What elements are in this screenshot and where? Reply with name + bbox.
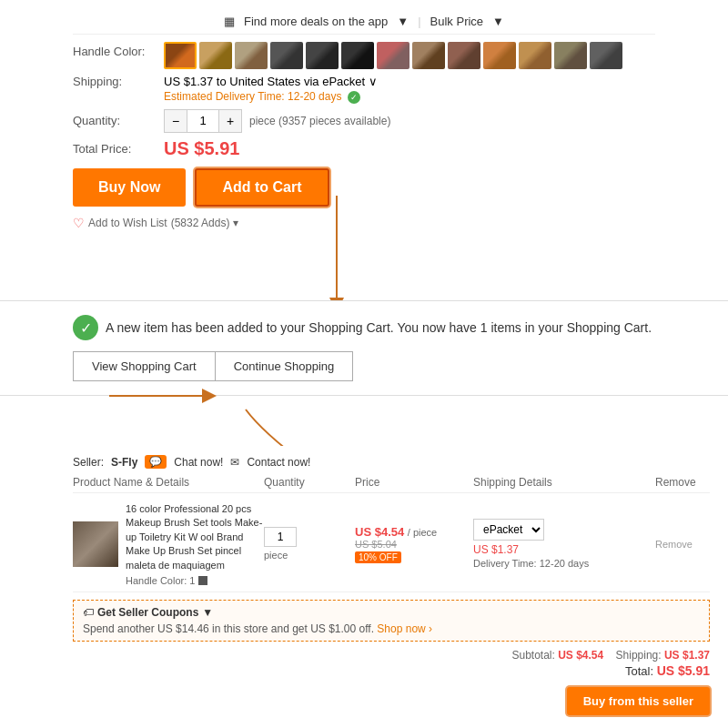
subtotal-section: Subtotal: US $4.54 Shipping: US $1.37 To… <box>73 649 710 715</box>
subtotal-value: US $4.54 <box>558 649 603 662</box>
subtotal-line: Subtotal: US $4.54 Shipping: US $1.37 <box>511 649 710 662</box>
action-buttons: Buy Now Add to Cart <box>73 168 655 207</box>
app-deals-icon: ▦ <box>224 15 235 28</box>
find-deals-text: Find more deals on the app <box>244 15 388 28</box>
table-row: 16 color Professional 20 pcs Makeup Brus… <box>73 497 710 592</box>
cart-quantity-cell: piece <box>264 527 355 561</box>
cart-notification: ✓ A new item has been added to your Shop… <box>73 315 655 340</box>
success-check-icon: ✓ <box>73 315 98 340</box>
color-swatch-4[interactable] <box>270 42 303 69</box>
wishlist-dropdown-icon[interactable]: ▾ <box>233 217 238 229</box>
col-remove-header: Remove <box>655 476 710 489</box>
quantity-decrease-button[interactable]: − <box>165 110 187 132</box>
divider: | <box>418 15 420 28</box>
remove-cell: Remove <box>655 537 710 551</box>
store-promotion-icon: 🏷 <box>83 606 94 619</box>
price-old: US $5.04 <box>355 539 473 550</box>
chat-now-text[interactable]: Chat now! <box>174 456 223 469</box>
add-to-cart-button[interactable]: Add to Cart <box>195 168 329 207</box>
section-1-product: ▦ Find more deals on the app ▼ | Bulk Pr… <box>0 0 728 243</box>
promo-header: 🏷 Get Seller Coupons ▼ <box>83 606 700 619</box>
color-swatch-12[interactable] <box>554 42 587 69</box>
color-swatch-10[interactable] <box>483 42 516 69</box>
shipping-label: Shipping: <box>73 75 164 88</box>
remove-item-button[interactable]: Remove <box>655 539 693 550</box>
store-promotion: 🏷 Get Seller Coupons ▼ Spend another US … <box>73 600 710 642</box>
cart-table-header: Product Name & Details Quantity Price Sh… <box>73 476 710 493</box>
bulk-price-text: Bulk Price <box>430 15 484 28</box>
continue-shopping-button[interactable]: Continue Shopping <box>216 351 354 381</box>
handle-color-label: Handle Color: <box>73 42 164 58</box>
product-thumbnail <box>73 521 118 567</box>
col-quantity-header: Quantity <box>264 476 355 489</box>
shipping-cost: US $1.37 <box>473 543 655 556</box>
cart-quantity-unit: piece <box>264 550 288 561</box>
shipping-info: US $1.37 to United States via ePacket ∨ … <box>164 75 655 104</box>
seller-name: S-Fly <box>111 456 137 469</box>
handle-color-display: Handle Color: 1 <box>126 575 264 586</box>
color-swatch-2[interactable] <box>199 42 232 69</box>
color-swatch-1[interactable] <box>164 42 197 69</box>
promo-details: Spend another US $14.46 in this store an… <box>83 622 700 635</box>
color-swatch-5[interactable] <box>306 42 339 69</box>
price-cell: US $4.54 / piece US $5.04 10% OFF <box>355 525 473 563</box>
color-swatch-13[interactable] <box>590 42 622 69</box>
product-description: 16 color Professional 20 pcs Makeup Brus… <box>126 502 264 572</box>
total-final-value: US $5.91 <box>657 663 710 678</box>
color-swatch-11[interactable] <box>519 42 551 69</box>
notification-text: A new item has been added to your Shoppi… <box>106 320 652 335</box>
total-final-line: Total: US $5.91 <box>625 663 710 678</box>
contact-icon: ✉ <box>230 456 239 469</box>
shipping-cost-value: US $1.37 <box>664 649 710 662</box>
shipping-dropdown-icon[interactable]: ∨ <box>369 75 378 88</box>
wishlist-count: (5832 Adds) <box>171 217 230 229</box>
view-shopping-cart-button[interactable]: View Shopping Cart <box>73 351 216 381</box>
bulk-dropdown-icon[interactable]: ▼ <box>492 15 504 28</box>
quantity-label: Quantity: <box>73 114 164 127</box>
price-main: US $4.54 <box>355 525 404 539</box>
coupon-dropdown-icon[interactable]: ▼ <box>202 606 213 619</box>
heart-icon: ♡ <box>73 216 85 230</box>
color-swatch-6[interactable] <box>341 42 374 69</box>
col-price-header: Price <box>355 476 473 489</box>
wishlist-text: Add to Wish List <box>88 217 167 229</box>
shipping-row: Shipping: US $1.37 to United States via … <box>73 75 655 104</box>
color-swatches <box>164 42 655 69</box>
shop-now-link[interactable]: Shop now › <box>377 622 432 635</box>
buy-now-button[interactable]: Buy Now <box>73 168 186 207</box>
delivery-text: Estimated Delivery Time: 12-20 days ✓ <box>164 90 655 104</box>
shipping-method-select[interactable]: ePacket <box>473 519 544 541</box>
col-shipping-header: Shipping Details <box>473 476 655 489</box>
color-swatch-8[interactable] <box>412 42 445 69</box>
cart-action-buttons: View Shopping Cart Continue Shopping <box>73 351 655 381</box>
quantity-available-text: piece (9357 pieces available) <box>249 115 390 127</box>
chat-now-badge[interactable]: 💬 <box>145 455 167 469</box>
seller-label: Seller: <box>73 456 104 469</box>
quantity-input[interactable] <box>187 110 219 132</box>
get-seller-coupons-label: Get Seller Coupons <box>97 606 198 619</box>
handle-color-row: Handle Color: <box>73 42 655 69</box>
cart-quantity-input[interactable] <box>264 527 297 547</box>
section-3-shopping-cart: Seller: S-Fly 💬 Chat now! ✉ Contact now!… <box>0 446 728 724</box>
deals-dropdown-icon[interactable]: ▼ <box>397 15 409 28</box>
top-bar: ▦ Find more deals on the app ▼ | Bulk Pr… <box>73 9 655 35</box>
wishlist-row[interactable]: ♡ Add to Wish List (5832 Adds) ▾ <box>73 216 655 230</box>
color-swatch-3[interactable] <box>235 42 268 69</box>
price-per-unit: / piece <box>408 527 437 538</box>
discount-badge: 10% OFF <box>355 551 401 563</box>
color-swatch-7[interactable] <box>377 42 410 69</box>
quantity-control: − + <box>164 109 242 133</box>
handle-color-dot <box>198 576 207 585</box>
seller-bar: Seller: S-Fly 💬 Chat now! ✉ Contact now! <box>73 455 710 469</box>
contact-now-text[interactable]: Contact now! <box>247 456 310 469</box>
shipping-text: US $1.37 to United States via ePacket ∨ <box>164 75 655 88</box>
quantity-increase-button[interactable]: + <box>219 110 241 132</box>
total-price-row: Total Price: US $5.91 <box>73 138 655 159</box>
quantity-row: Quantity: − + piece (9357 pieces availab… <box>73 109 655 133</box>
shipping-details-cell: ePacket US $1.37 Delivery Time: 12-20 da… <box>473 519 655 569</box>
buy-from-seller-button[interactable]: Buy from this seller <box>567 687 710 715</box>
color-swatch-9[interactable] <box>448 42 480 69</box>
product-details: 16 color Professional 20 pcs Makeup Brus… <box>126 502 264 586</box>
product-cell: 16 color Professional 20 pcs Makeup Brus… <box>73 502 264 586</box>
section-2-cart-notification: ✓ A new item has been added to your Shop… <box>0 300 728 396</box>
